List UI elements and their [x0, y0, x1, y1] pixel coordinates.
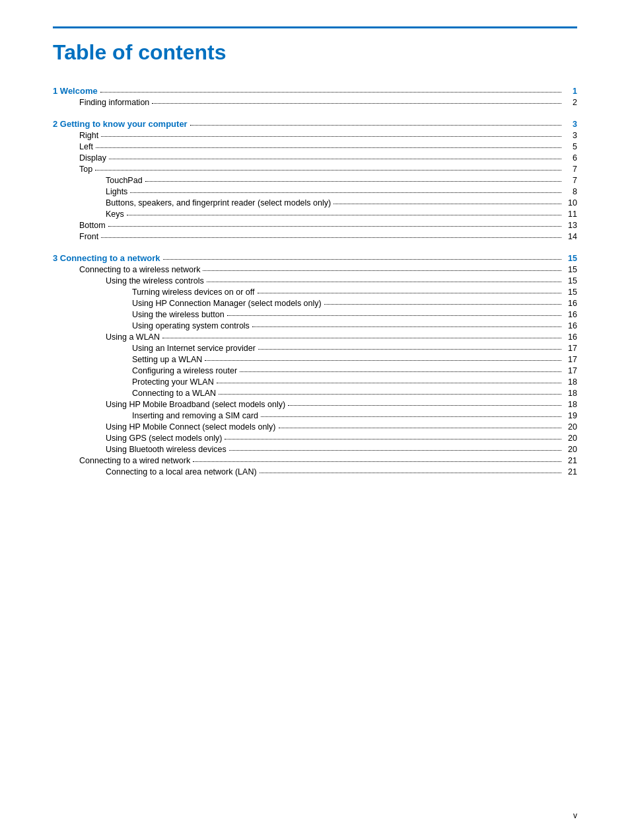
toc-page: 1	[564, 87, 577, 96]
toc-entry-ch3-sub1-2-1: Using an Internet service provider17	[53, 344, 577, 353]
toc-entry-ch3-sub1-6: Using Bluetooth wireless devices20	[53, 445, 577, 454]
toc-dots	[207, 282, 561, 282]
toc-page: 18	[564, 389, 577, 398]
toc-label: 1 Welcome	[53, 86, 98, 96]
toc-dots	[127, 215, 561, 215]
toc-dots	[101, 136, 561, 137]
toc-entry-ch2-sub4-3: Buttons, speakers, and fingerprint reade…	[53, 198, 577, 208]
toc-label: Display	[53, 153, 106, 163]
toc-page: 3	[564, 120, 577, 129]
toc-dots	[279, 428, 561, 428]
toc-label: Using the wireless controls	[53, 276, 204, 286]
toc-dots	[205, 360, 561, 361]
toc-entry-ch2-sub5: Bottom13	[53, 221, 577, 230]
toc-page: 3	[564, 131, 577, 140]
toc-dots	[162, 338, 561, 338]
toc-page: 21	[564, 467, 577, 477]
toc-label: Lights	[53, 187, 127, 196]
toc-dots	[288, 405, 561, 406]
toc-page: 8	[564, 187, 577, 196]
toc-entry-ch3-sub1-2: Using a WLAN16	[53, 332, 577, 342]
toc-page: 17	[564, 344, 577, 353]
toc-entry-ch3-sub1-1-4: Using operating system controls16	[53, 321, 577, 330]
toc-entry-ch3-sub1-5: Using GPS (select models only)20	[53, 434, 577, 443]
toc-entry-ch2-sub6: Front14	[53, 232, 577, 241]
toc-entry-ch2-sub4: Top7	[53, 165, 577, 174]
toc-page: 7	[564, 176, 577, 185]
toc-page: 17	[564, 366, 577, 375]
toc-entry-ch3-sub1-4: Using HP Mobile Connect (select models o…	[53, 422, 577, 432]
toc-label: 3 Connecting to a network	[53, 253, 160, 263]
toc-page: 11	[564, 210, 577, 219]
toc-page: 16	[564, 321, 577, 330]
toc-entry-ch3-sub1: Connecting to a wireless network15	[53, 265, 577, 274]
toc-dots	[225, 439, 561, 439]
toc-label: Right	[53, 131, 98, 140]
toc-dots	[100, 92, 561, 93]
toc-label: Using an Internet service provider	[53, 344, 256, 353]
toc-page: 15	[564, 265, 577, 274]
toc-label: Turning wireless devices on or off	[53, 287, 255, 297]
toc-label: Front	[53, 232, 98, 241]
toc-dots	[109, 159, 561, 159]
toc-dots	[227, 315, 561, 316]
toc-dots	[108, 226, 561, 227]
toc-page: 6	[564, 153, 577, 163]
toc-dots	[152, 103, 561, 104]
toc-label: Left	[53, 142, 93, 151]
toc-page: 18	[564, 377, 577, 387]
toc-entry-ch3-sub1-1-3: Using the wireless button16	[53, 310, 577, 319]
toc-dots	[260, 473, 561, 473]
toc-dots	[240, 371, 561, 372]
toc-page: 21	[564, 456, 577, 465]
toc-page: 20	[564, 445, 577, 454]
toc-page: 20	[564, 434, 577, 443]
toc-dots	[219, 394, 561, 395]
toc-dots	[217, 383, 561, 383]
toc-label: Using operating system controls	[53, 321, 250, 330]
toc-page: 20	[564, 422, 577, 432]
toc-entry-ch2: 2 Getting to know your computer3	[53, 119, 577, 129]
toc-label: Configuring a wireless router	[53, 366, 237, 375]
toc-page: 7	[564, 165, 577, 174]
toc-dots	[96, 147, 561, 148]
toc-entry-ch2-sub4-1: TouchPad7	[53, 176, 577, 185]
top-rule	[53, 26, 577, 28]
toc-page: 2	[564, 98, 577, 107]
toc-page: 15	[564, 276, 577, 286]
toc-label: 2 Getting to know your computer	[53, 119, 188, 129]
toc-label: Connecting to a local area network (LAN)	[53, 467, 257, 477]
toc-dots	[324, 304, 561, 305]
toc-dots	[130, 192, 561, 193]
toc-label: Connecting to a wireless network	[53, 265, 200, 274]
toc-dots	[145, 181, 561, 182]
toc-entry-ch3-sub1-1: Using the wireless controls15	[53, 276, 577, 286]
toc-label: Using HP Mobile Connect (select models o…	[53, 422, 276, 432]
toc-label: Inserting and removing a SIM card	[53, 411, 258, 420]
toc-dots	[203, 270, 561, 271]
toc-dots	[95, 170, 561, 171]
toc-page: 16	[564, 332, 577, 342]
toc-entry-ch3-sub2-1: Connecting to a local area network (LAN)…	[53, 467, 577, 477]
toc-label: Top	[53, 165, 92, 174]
toc-entry-ch3-sub1-2-4: Protecting your WLAN18	[53, 377, 577, 387]
toc-page: 5	[564, 142, 577, 151]
toc-dots	[333, 204, 561, 204]
toc-label: Using GPS (select models only)	[53, 434, 222, 443]
toc-label: Bottom	[53, 221, 106, 230]
toc-label: Using a WLAN	[53, 332, 160, 342]
toc-entry-ch1: 1 Welcome1	[53, 86, 577, 96]
toc-entry-ch3-sub1-2-3: Configuring a wireless router17	[53, 366, 577, 375]
toc-label: Finding information	[53, 98, 149, 107]
toc-label: Using HP Connection Manager (select mode…	[53, 299, 322, 308]
toc-entry-ch3-sub1-3-1: Inserting and removing a SIM card19	[53, 411, 577, 420]
toc-entry-ch2-sub1: Right3	[53, 131, 577, 140]
toc-page: 14	[564, 232, 577, 241]
toc-label: Connecting to a WLAN	[53, 389, 216, 398]
toc-entry-ch3-sub1-3: Using HP Mobile Broadband (select models…	[53, 400, 577, 409]
toc-page: 17	[564, 355, 577, 364]
toc-label: Buttons, speakers, and fingerprint reade…	[53, 198, 331, 208]
toc-entry-ch1-sub1: Finding information2	[53, 98, 577, 107]
toc-dots	[163, 259, 561, 260]
toc-page: 15	[564, 254, 577, 263]
